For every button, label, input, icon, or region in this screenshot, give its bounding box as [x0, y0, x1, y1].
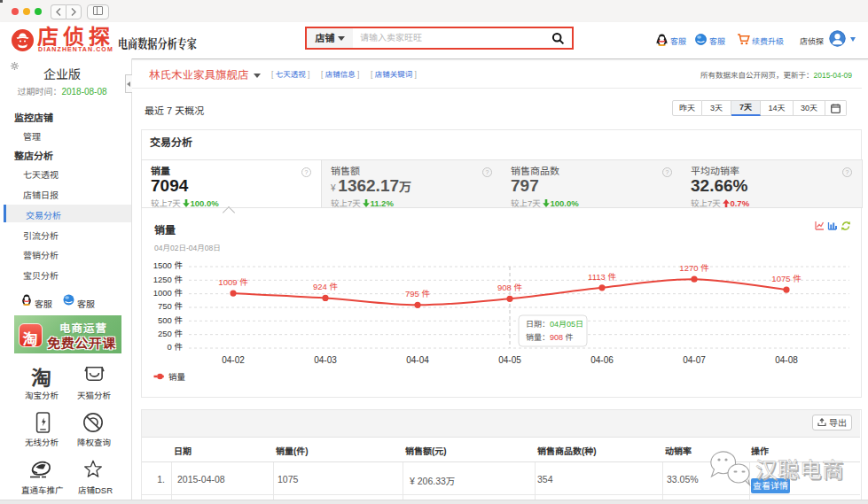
svg-text:04-08: 04-08: [775, 355, 798, 365]
svg-text:795 件: 795 件: [405, 289, 430, 299]
svg-text:1075 件: 1075 件: [771, 274, 802, 283]
svg-text:04-04: 04-04: [406, 355, 429, 365]
svg-text:0 件: 0 件: [168, 342, 184, 352]
svg-text:04-06: 04-06: [590, 355, 614, 365]
svg-text:销量：908 件: 销量：908 件: [526, 333, 574, 342]
svg-text:1500 件: 1500 件: [153, 260, 184, 270]
svg-text:1000 件: 1000 件: [153, 288, 184, 298]
svg-text:04-07: 04-07: [683, 355, 706, 365]
svg-text:日期：04月05日: 日期：04月05日: [526, 320, 583, 329]
svg-text:销量: 销量: [168, 372, 186, 382]
svg-text:500 件: 500 件: [158, 315, 183, 325]
svg-text:924 件: 924 件: [313, 282, 338, 291]
svg-text:750 件: 750 件: [158, 301, 183, 311]
svg-text:04-03: 04-03: [314, 355, 337, 365]
svg-text:1113 件: 1113 件: [588, 272, 616, 282]
svg-text:1250 件: 1250 件: [153, 275, 184, 284]
svg-text:250 件: 250 件: [158, 329, 183, 338]
svg-text:908 件: 908 件: [497, 283, 522, 292]
svg-text:04-05: 04-05: [498, 355, 521, 365]
svg-text:04-02: 04-02: [222, 355, 245, 365]
svg-text:1009 件: 1009 件: [218, 277, 248, 287]
svg-text:1270 件: 1270 件: [679, 263, 709, 273]
svg-text:汉聪电商: 汉聪电商: [755, 458, 844, 482]
